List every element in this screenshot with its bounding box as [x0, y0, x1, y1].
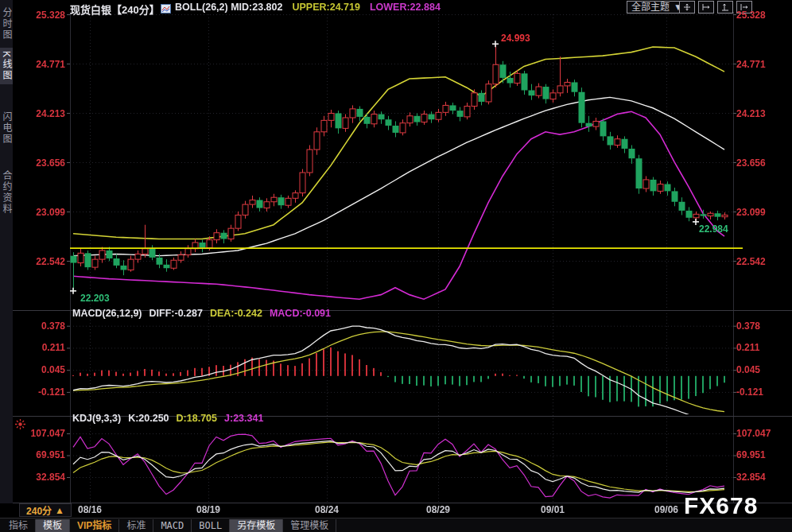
pan-icon[interactable] — [679, 1, 695, 14]
sidebar-tab[interactable]: 合约资料 — [0, 167, 13, 218]
trading-app-window: 现货白银【240分】 BOLL(26,2) MID:23.802 UPPER:2… — [0, 0, 792, 532]
kdj-name: KDJ(9,3,3) — [72, 413, 121, 424]
kdj-tick-label: 32.854 — [736, 472, 787, 483]
macd-name: MACD(26,12,9) — [72, 308, 142, 319]
toolbar-item[interactable]: 另存模板 — [230, 519, 283, 532]
kdj-d-value: D:18.705 — [177, 413, 217, 424]
kdj-tick-label: 69.951 — [736, 449, 787, 460]
toolbar-item[interactable]: BOLL — [192, 519, 230, 532]
kdj-header: KDJ(9,3,3) K:20.250 D:18.705 J:23.341 — [72, 413, 263, 424]
boll-mid-value: BOLL(26,2) MID:23.802 — [175, 2, 282, 13]
boll-upper-value: UPPER:24.719 — [292, 2, 359, 13]
toolbar-item[interactable]: 模板 — [36, 519, 70, 532]
date-tick-label: 09/01 — [541, 504, 565, 515]
zoom-x-axis-icon[interactable] — [698, 1, 714, 14]
date-tick-label: 09/06 — [654, 504, 678, 515]
sidebar-tab[interactable]: K线图 — [0, 48, 13, 84]
toolbar-item[interactable]: 指标 — [2, 519, 36, 532]
chart-title: 现货白银【240分】 — [70, 2, 160, 17]
date-tick-label: 08/29 — [426, 504, 450, 515]
macd-header: MACD(26,12,9) DIFF:-0.287 DEA:-0.242 MAC… — [72, 308, 331, 319]
kdj-k-value: K:20.250 — [128, 413, 169, 424]
kdj-settings-icon[interactable] — [14, 418, 26, 433]
kdj-axis-right: 107.04769.95132.854 — [736, 0, 787, 503]
sidebar-tab[interactable]: 分时图 — [0, 4, 13, 44]
date-tick-label: 08/19 — [196, 504, 220, 515]
zoom-y-axis-icon[interactable] — [717, 1, 733, 14]
bottom-toolbar: 指标模板VIP指标标准MACDBOLL另存模板管理模板 — [0, 518, 792, 532]
high-price-annotation: 24.993 — [501, 33, 530, 44]
mini-chart-icon — [161, 2, 171, 17]
toolbar-item[interactable]: 标准 — [119, 519, 153, 532]
boll-lower-value: LOWER:22.884 — [370, 2, 441, 13]
boll-readout: BOLL(26,2) MID:23.802 UPPER:24.719 LOWER… — [175, 2, 441, 13]
low-price-annotation: 22.203 — [80, 293, 110, 304]
date-tick-label: 08/24 — [315, 504, 339, 515]
date-axis: 08/1608/1908/2408/2909/0109/06 — [0, 504, 792, 517]
macd-dea-value: DEA:-0.242 — [210, 308, 262, 319]
toolbar-item[interactable]: 管理模板 — [283, 519, 336, 532]
fx678-watermark: FX678 — [684, 492, 758, 519]
candlestick-chart-canvas[interactable] — [0, 0, 792, 532]
chart-type-sidebar: 分时图K线图闪电图合约资料 — [0, 0, 13, 503]
kdj-j-value: J:23.341 — [224, 413, 263, 424]
kdj-tick-label: 69.951 — [13, 449, 65, 460]
kdj-tick-label: 32.854 — [13, 472, 65, 483]
sidebar-tab[interactable]: 闪电图 — [0, 108, 13, 148]
date-tick-label: 08/16 — [78, 504, 102, 515]
macd-diff-value: DIFF:-0.287 — [149, 308, 203, 319]
toolbar-item[interactable]: VIP指标 — [70, 519, 119, 532]
toolbar-item[interactable]: MACD — [153, 519, 192, 532]
theme-dropdown-label: 全部主题 — [631, 2, 670, 13]
macd-bar-value: MACD:-0.091 — [270, 308, 331, 319]
recent-low-annotation: 22.984 — [699, 223, 728, 235]
kdj-tick-label: 107.047 — [736, 428, 787, 439]
